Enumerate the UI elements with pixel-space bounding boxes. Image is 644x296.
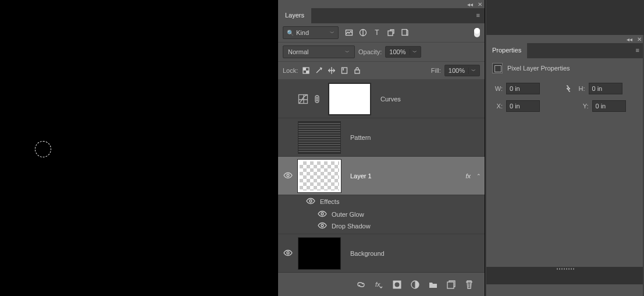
filter-toggle[interactable]: [474, 28, 480, 37]
fill-input[interactable]: 100% ﹀: [444, 65, 480, 76]
lock-artboard-icon[interactable]: [340, 66, 349, 75]
width-label: W:: [492, 85, 503, 92]
document-canvas[interactable]: [0, 0, 278, 296]
svg-rect-5: [306, 71, 309, 73]
right-panel-dock-area: [486, 0, 644, 35]
height-input[interactable]: [589, 83, 622, 94]
new-layer-button[interactable]: [446, 280, 456, 290]
svg-point-13: [287, 174, 289, 177]
delete-layer-button[interactable]: [464, 280, 474, 290]
tab-bar-area: [311, 8, 472, 23]
layer-row[interactable]: Curves: [278, 80, 485, 118]
svg-rect-2: [388, 31, 393, 36]
lock-position-icon[interactable]: [327, 66, 336, 75]
blend-mode-select[interactable]: Normal ﹀: [283, 45, 355, 58]
right-panel-dock-bottom: [486, 267, 644, 284]
link-layers-button[interactable]: [356, 280, 366, 290]
svg-rect-10: [315, 96, 319, 103]
eye-icon[interactable]: [306, 198, 315, 206]
properties-tab[interactable]: Properties: [486, 43, 527, 58]
panel-menu-icon[interactable]: ≡: [472, 8, 485, 23]
link-wh-button[interactable]: [562, 83, 575, 94]
tab-bar-area: [527, 43, 631, 58]
layers-list: Curves Pattern Layer 1 fx ⌃ Effects Oute…: [278, 80, 485, 273]
layer-mask-thumb[interactable]: [328, 83, 371, 115]
fill-label: Fill:: [431, 67, 441, 74]
filter-kind-label: Kind: [296, 29, 309, 36]
svg-rect-7: [342, 68, 347, 73]
fx-collapse-arrow[interactable]: ⌃: [476, 173, 481, 179]
layers-footer: fx: [278, 276, 485, 293]
filter-adjustment-icon[interactable]: [358, 28, 368, 37]
effect-name: Outer Glow: [332, 211, 364, 218]
layer-name[interactable]: Pattern: [350, 134, 481, 141]
width-input[interactable]: [506, 83, 540, 94]
curves-adjust-icon: [298, 94, 308, 104]
layer-name[interactable]: Layer 1: [350, 172, 462, 179]
x-label: X:: [492, 103, 503, 110]
fx-badge: fx: [465, 172, 471, 179]
opacity-input[interactable]: 100% ﹀: [385, 46, 421, 58]
filter-kind-select[interactable]: 🔍Kind ﹀: [283, 26, 339, 39]
eye-icon[interactable]: [318, 210, 327, 219]
layer-row[interactable]: Pattern: [278, 118, 485, 157]
properties-subtitle: Pixel Layer Properties: [507, 65, 570, 72]
visibility-toggle[interactable]: [282, 249, 294, 258]
layers-panel: ◂◂ ✕ Layers ≡ 🔍Kind ﹀ T Normal ﹀ Opacity…: [278, 0, 485, 296]
layer-row[interactable]: Background: [278, 234, 485, 273]
effect-row[interactable]: Outer Glow: [278, 208, 485, 221]
filter-pixel-icon[interactable]: [344, 28, 354, 37]
lock-all-icon[interactable]: [353, 66, 362, 75]
collapse-panel-icon[interactable]: ◂◂: [467, 1, 473, 8]
filter-shape-icon[interactable]: [386, 28, 396, 37]
svg-point-12: [316, 99, 318, 100]
svg-point-16: [321, 224, 323, 227]
svg-text:fx: fx: [375, 281, 380, 288]
eye-icon[interactable]: [318, 222, 327, 230]
search-icon: 🔍: [287, 30, 294, 36]
layer-name[interactable]: Curves: [380, 96, 481, 103]
chevron-down-icon: ﹀: [330, 30, 335, 36]
layer-row[interactable]: Layer 1 fx ⌃: [278, 157, 485, 195]
add-group-button[interactable]: [428, 280, 438, 290]
collapse-panel-icon[interactable]: ◂◂: [627, 36, 632, 43]
add-adjustment-button[interactable]: [410, 280, 420, 290]
lock-label: Lock:: [283, 67, 298, 74]
effect-row[interactable]: Drop Shadow: [278, 221, 485, 234]
opacity-value: 100%: [389, 48, 405, 55]
eye-icon: [283, 249, 293, 258]
close-panel-icon[interactable]: ✕: [637, 36, 642, 43]
pixel-layer-icon: [492, 63, 503, 73]
opacity-label: Opacity:: [358, 48, 382, 55]
svg-rect-8: [355, 70, 360, 73]
y-label: Y:: [578, 103, 589, 110]
layers-tab[interactable]: Layers: [278, 8, 311, 23]
layer-name[interactable]: Background: [350, 250, 481, 257]
svg-point-17: [287, 252, 289, 254]
mask-link-icon: [312, 94, 322, 104]
layer-thumb[interactable]: [298, 121, 341, 154]
lock-pixels-icon[interactable]: [314, 66, 323, 75]
svg-rect-3: [402, 30, 407, 36]
y-input[interactable]: [592, 100, 626, 112]
fill-value: 100%: [449, 67, 465, 74]
svg-rect-22: [447, 282, 454, 288]
layer-style-button[interactable]: fx: [374, 280, 384, 290]
x-input[interactable]: [506, 100, 540, 112]
filter-type-icon[interactable]: T: [372, 28, 382, 37]
layer-thumb[interactable]: [298, 237, 341, 270]
chevron-down-icon: ﹀: [410, 49, 417, 55]
svg-rect-4: [303, 68, 306, 71]
layer-thumb[interactable]: [298, 160, 341, 192]
panel-menu-icon[interactable]: ≡: [631, 43, 644, 58]
lock-transparency-icon[interactable]: [301, 66, 311, 75]
close-panel-icon[interactable]: ✕: [478, 1, 482, 8]
properties-panel: ◂◂ ✕ Properties ≡ Pixel Layer Properties…: [486, 35, 644, 296]
visibility-toggle[interactable]: [282, 172, 294, 180]
chevron-down-icon: ﹀: [468, 68, 476, 74]
add-mask-button[interactable]: [392, 280, 402, 290]
blend-mode-value: Normal: [288, 48, 308, 55]
filter-smartobject-icon[interactable]: [400, 28, 410, 37]
effect-name: Drop Shadow: [332, 223, 371, 230]
effects-header-row[interactable]: Effects: [278, 195, 485, 208]
